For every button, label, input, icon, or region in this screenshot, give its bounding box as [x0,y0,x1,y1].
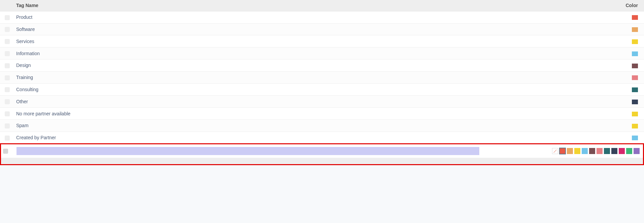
tags-table-wrapper: Tag Name Color ProductSoftwareServicesIn… [0,0,644,165]
tag-color-cell[interactable] [482,59,644,71]
new-row-table [1,144,643,164]
row-checkbox[interactable] [5,123,10,128]
tag-name-cell[interactable]: Consulting [13,83,482,96]
palette-swatch[interactable] [626,148,632,154]
blank-area [0,165,644,223]
header-select-all[interactable] [0,0,13,11]
palette-swatch[interactable] [574,148,580,154]
tag-name-cell[interactable]: Spam [13,119,482,132]
palette-swatch[interactable] [604,148,610,154]
tag-color-cell[interactable] [482,132,644,144]
row-checkbox[interactable] [5,27,10,32]
row-checkbox[interactable] [5,75,10,80]
tag-color-cell[interactable] [482,108,644,120]
checkbox-icon[interactable] [5,3,10,8]
table-row[interactable]: Software [0,23,644,35]
color-swatch[interactable] [632,15,638,20]
table-row[interactable]: Information [0,47,644,60]
table-row[interactable]: Consulting [0,83,644,96]
row-checkbox[interactable] [5,39,10,44]
tag-color-cell[interactable] [482,47,644,60]
color-picker [483,148,640,154]
table-row[interactable]: Spam [0,119,644,132]
tag-color-cell[interactable] [482,71,644,83]
tag-name-cell[interactable]: Information [13,47,482,60]
tag-name-cell[interactable]: Design [13,59,482,71]
tag-name-cell[interactable]: No more partner available [13,108,482,120]
tag-name-cell[interactable]: Services [13,35,482,47]
table-row[interactable]: No more partner available [0,108,644,120]
palette-swatch[interactable] [634,148,640,154]
tag-name-cell[interactable]: Other [13,96,482,108]
tag-color-cell[interactable] [482,119,644,132]
tag-color-cell[interactable] [482,11,644,23]
color-swatch[interactable] [632,124,638,128]
tag-name-cell[interactable]: Software [13,23,482,35]
palette-swatch[interactable] [559,148,566,154]
color-swatch[interactable] [632,87,638,92]
row-checkbox[interactable] [5,15,10,20]
row-checkbox[interactable] [5,136,10,141]
header-row: Tag Name Color [0,0,644,11]
row-checkbox[interactable] [5,111,10,116]
palette-swatch[interactable] [619,148,625,154]
no-color-swatch[interactable] [552,148,558,154]
tag-name-cell[interactable]: Created by Partner [13,132,482,144]
palette-swatch[interactable] [589,148,595,154]
table-row[interactable]: Design [0,59,644,71]
palette-swatch[interactable] [611,148,617,154]
row-checkbox[interactable] [5,99,10,104]
color-swatch[interactable] [632,112,638,116]
header-tag-name[interactable]: Tag Name [13,0,482,11]
tags-table: Tag Name Color ProductSoftwareServicesIn… [0,0,644,144]
new-row-checkbox[interactable] [3,149,8,154]
table-row[interactable]: Product [0,11,644,23]
tag-color-cell[interactable] [482,83,644,96]
palette-swatch[interactable] [567,148,573,154]
tag-name-cell[interactable]: Product [13,11,482,23]
new-tag-name-input[interactable] [17,147,479,155]
header-color[interactable]: Color [482,0,644,11]
table-row[interactable]: Created by Partner [0,132,644,144]
new-row-highlight [0,143,644,165]
row-checkbox[interactable] [5,51,10,56]
color-swatch[interactable] [632,39,638,44]
color-swatch[interactable] [632,75,638,80]
table-row[interactable]: Services [0,35,644,47]
row-checkbox[interactable] [5,87,10,92]
tag-color-cell[interactable] [482,35,644,47]
table-row[interactable]: Other [0,96,644,108]
color-swatch[interactable] [632,27,638,32]
color-swatch[interactable] [632,51,638,56]
palette-swatch[interactable] [582,148,588,154]
palette-swatch[interactable] [597,148,603,154]
tag-name-cell[interactable]: Training [13,71,482,83]
tag-color-cell[interactable] [482,96,644,108]
color-swatch[interactable] [632,64,638,68]
tag-color-cell[interactable] [482,23,644,35]
color-swatch[interactable] [632,136,638,140]
table-footer-spacer [1,158,643,164]
color-swatch[interactable] [632,100,638,104]
row-checkbox[interactable] [5,63,10,68]
table-row[interactable]: Training [0,71,644,83]
new-tag-row [1,144,643,158]
